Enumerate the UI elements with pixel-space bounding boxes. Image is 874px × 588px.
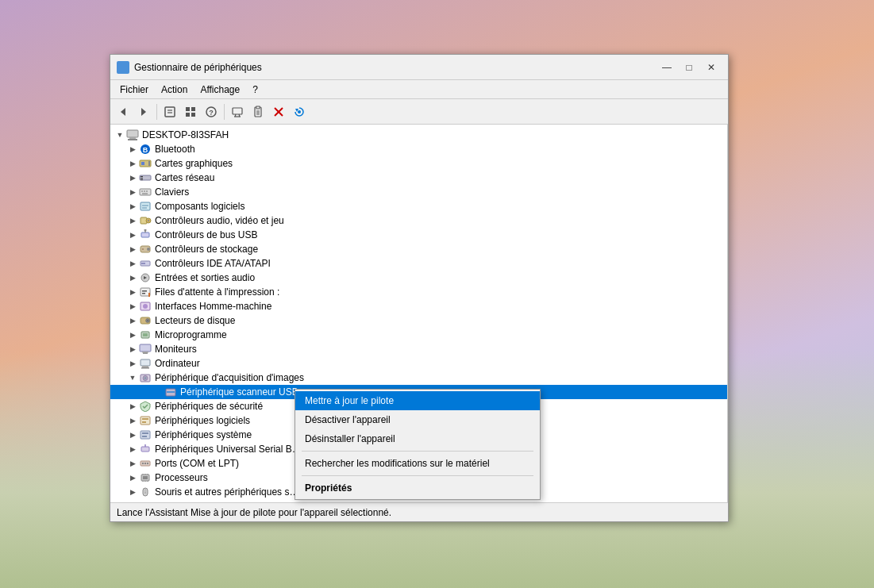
refresh-button[interactable] bbox=[290, 102, 309, 121]
computer-button[interactable] bbox=[228, 102, 247, 121]
tree-item-microprogramme[interactable]: ▶ Microprogramme bbox=[110, 328, 727, 342]
menu-action[interactable]: Action bbox=[155, 83, 194, 97]
tree-item-moniteurs[interactable]: ▶ Moniteurs bbox=[110, 342, 727, 356]
svg-rect-74 bbox=[141, 359, 150, 366]
cartes-reseau-label: Cartes réseau bbox=[155, 172, 214, 183]
close-button[interactable]: ✕ bbox=[701, 59, 722, 76]
tree-item-composants[interactable]: ▶ Composants logiciels bbox=[110, 199, 727, 213]
svg-rect-82 bbox=[141, 417, 150, 425]
microprogramme-expand: ▶ bbox=[126, 329, 139, 341]
svg-rect-61 bbox=[142, 290, 147, 292]
tree-item-controleurs-ide[interactable]: ▶ Contrôleurs IDE ATA/ATAPI bbox=[110, 256, 727, 271]
cartes-reseau-expand: ▶ bbox=[126, 171, 139, 184]
svg-point-55 bbox=[147, 248, 150, 251]
tree-item-claviers[interactable]: ▶ Claviers bbox=[110, 185, 727, 199]
ctx-disable-device[interactable]: Désactiver l'appareil bbox=[295, 410, 540, 429]
processeurs-icon bbox=[139, 471, 152, 484]
ctx-properties[interactable]: Propriétés bbox=[295, 478, 540, 498]
svg-rect-44 bbox=[142, 193, 148, 194]
acquisition-label: Périphérique d'acquisition d'images bbox=[155, 372, 304, 383]
cartes-graphiques-expand: ▶ bbox=[126, 157, 139, 170]
remove-button[interactable] bbox=[269, 102, 288, 121]
claviers-label: Claviers bbox=[155, 186, 189, 198]
svg-rect-85 bbox=[141, 431, 150, 439]
controleurs-ide-expand: ▶ bbox=[126, 257, 139, 270]
tree-item-acquisition[interactable]: ▼ Périphérique d'acquisition d'images bbox=[110, 371, 727, 385]
ports-icon bbox=[139, 457, 152, 470]
controleurs-stockage-expand: ▶ bbox=[126, 243, 139, 256]
scanneur-icon bbox=[164, 386, 177, 398]
help-button[interactable]: ? bbox=[202, 102, 221, 121]
svg-rect-51 bbox=[141, 233, 149, 237]
title-bar: Gestionnaire de périphériques — □ ✕ bbox=[110, 55, 728, 80]
logiciels-label: Périphériques logiciels bbox=[155, 415, 250, 426]
tree-item-entrees[interactable]: ▶ Entrées et sorties audio bbox=[110, 271, 727, 285]
tree-item-bluetooth[interactable]: ▶ B Bluetooth bbox=[110, 142, 727, 156]
properties-button[interactable] bbox=[160, 102, 179, 121]
tree-item-cartes-graphiques[interactable]: ▶ Cartes graphiques bbox=[110, 156, 727, 171]
lecteurs-expand: ▶ bbox=[126, 314, 139, 327]
svg-rect-1 bbox=[124, 63, 128, 67]
logiciels-expand: ▶ bbox=[126, 414, 139, 427]
tree-item-controleurs-stockage[interactable]: ▶ Contrôleurs de stockage bbox=[110, 242, 727, 256]
svg-rect-34 bbox=[141, 162, 144, 165]
tree-item-cartes-reseau[interactable]: ▶ Cartes réseau bbox=[110, 171, 727, 185]
menu-help[interactable]: ? bbox=[246, 83, 264, 97]
svg-text:?: ? bbox=[209, 109, 214, 117]
svg-rect-75 bbox=[142, 366, 148, 367]
tree-item-ordinateur[interactable]: ▶ Ordinateur bbox=[110, 356, 727, 371]
files-expand: ▶ bbox=[126, 286, 139, 298]
controleurs-stockage-icon bbox=[139, 243, 152, 256]
tree-root[interactable]: ▼ DESKTOP-8I3SFAH bbox=[110, 128, 727, 142]
ctx-uninstall-device[interactable]: Désinstaller l'appareil bbox=[295, 429, 540, 448]
svg-rect-30 bbox=[128, 139, 137, 140]
svg-rect-83 bbox=[142, 418, 148, 420]
window-controls: — □ ✕ bbox=[656, 59, 722, 76]
ctx-separator-1 bbox=[302, 451, 533, 452]
svg-rect-62 bbox=[142, 293, 145, 294]
svg-point-50 bbox=[148, 220, 149, 221]
svg-rect-10 bbox=[191, 107, 195, 111]
claviers-icon bbox=[139, 186, 152, 198]
tree-item-files[interactable]: ▶ Files d'attente à l'impression : bbox=[110, 285, 727, 299]
svg-rect-2 bbox=[118, 68, 122, 72]
svg-rect-39 bbox=[141, 179, 143, 180]
universal-label: Périphériques Universal Serial B… bbox=[155, 444, 302, 455]
processeurs-expand: ▶ bbox=[126, 471, 139, 484]
controleurs-audio-expand: ▶ bbox=[126, 214, 139, 227]
controleurs-usb-expand: ▶ bbox=[126, 229, 139, 241]
controleurs-audio-icon bbox=[139, 214, 152, 227]
universal-icon bbox=[139, 443, 152, 455]
svg-rect-45 bbox=[141, 202, 150, 210]
root-expand-icon: ▼ bbox=[114, 129, 126, 141]
bluetooth-icon: B bbox=[139, 143, 152, 156]
svg-rect-12 bbox=[191, 113, 195, 117]
bluetooth-expand: ▶ bbox=[126, 143, 139, 156]
ctx-scan-changes[interactable]: Rechercher les modifications sur le maté… bbox=[295, 454, 540, 473]
ports-label: Ports (COM et LPT) bbox=[155, 458, 239, 469]
tree-item-controleurs-audio[interactable]: ▶ Contrôleurs audio, vidéo et jeu bbox=[110, 213, 727, 228]
maximize-button[interactable]: □ bbox=[679, 59, 699, 76]
svg-rect-81 bbox=[167, 391, 175, 393]
minimize-button[interactable]: — bbox=[656, 59, 677, 76]
controleurs-audio-label: Contrôleurs audio, vidéo et jeu bbox=[155, 215, 284, 226]
back-button[interactable] bbox=[114, 102, 133, 121]
menu-fichier[interactable]: Fichier bbox=[114, 83, 155, 97]
menu-affichage[interactable]: Affichage bbox=[194, 83, 246, 97]
clipboard-button[interactable] bbox=[248, 102, 268, 121]
svg-rect-29 bbox=[129, 137, 136, 139]
controleurs-usb-icon bbox=[139, 229, 152, 241]
forward-button[interactable] bbox=[134, 102, 153, 121]
tree-item-lecteurs[interactable]: ▶ Lecteurs de disque bbox=[110, 313, 727, 328]
ctx-update-driver[interactable]: Mettre à jour le pilote bbox=[295, 391, 540, 410]
cartes-graphiques-icon bbox=[139, 157, 152, 170]
securite-expand: ▶ bbox=[126, 400, 139, 413]
view-button[interactable] bbox=[181, 102, 200, 121]
tree-item-controleurs-usb[interactable]: ▶ Contrôleurs de bus USB bbox=[110, 228, 727, 242]
svg-rect-28 bbox=[127, 130, 138, 137]
svg-point-65 bbox=[143, 304, 148, 309]
svg-rect-73 bbox=[143, 352, 148, 354]
svg-rect-88 bbox=[141, 447, 149, 452]
tree-item-interfaces[interactable]: ▶ Interfaces Homme-machine bbox=[110, 299, 727, 313]
svg-point-79 bbox=[144, 377, 147, 379]
